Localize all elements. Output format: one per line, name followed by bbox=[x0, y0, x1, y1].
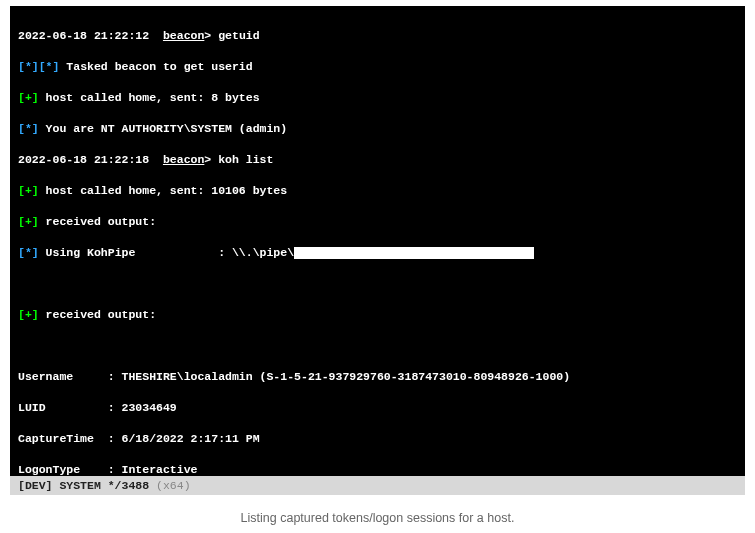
timestamp: 2022-06-18 21:22:18 bbox=[18, 153, 149, 166]
status-arch: (x64) bbox=[156, 479, 191, 492]
record-row: CaptureTime : 6/18/2022 2:17:11 PM bbox=[18, 431, 737, 447]
output-line: [+] received output: bbox=[18, 307, 737, 323]
prompt-line-2: 2022-06-18 21:22:18 beacon> koh list bbox=[18, 152, 737, 168]
beacon-host: beacon bbox=[163, 29, 204, 42]
terminal-window[interactable]: 2022-06-18 21:22:12 beacon> getuid [*][*… bbox=[10, 6, 745, 476]
output-line: [+] received output: bbox=[18, 214, 737, 230]
redacted-pipe-name bbox=[294, 247, 534, 259]
status-bar: [DEV] SYSTEM */3488 (x64) bbox=[10, 476, 745, 495]
command-text: getuid bbox=[218, 29, 259, 42]
timestamp: 2022-06-18 21:22:12 bbox=[18, 29, 149, 42]
blank-line bbox=[18, 338, 737, 354]
status-text: [DEV] SYSTEM */3488 bbox=[18, 479, 156, 492]
beacon-host: beacon bbox=[163, 153, 204, 166]
output-line: [+] host called home, sent: 8 bytes bbox=[18, 90, 737, 106]
record-row: LogonType : Interactive bbox=[18, 462, 737, 476]
output-line: [*] Using KohPipe : \\.\pipe\ bbox=[18, 245, 737, 261]
output-line: [*][*] Tasked beacon to get userid bbox=[18, 59, 737, 75]
record-row: Username : THESHIRE\localadmin (S-1-5-21… bbox=[18, 369, 737, 385]
record-row: LUID : 23034649 bbox=[18, 400, 737, 416]
command-text: koh list bbox=[218, 153, 273, 166]
figure-caption: Listing captured tokens/logon sessions f… bbox=[0, 495, 755, 525]
prompt-line-1: 2022-06-18 21:22:12 beacon> getuid bbox=[18, 28, 737, 44]
output-line: [*] You are NT AUTHORITY\SYSTEM (admin) bbox=[18, 121, 737, 137]
blank-line bbox=[18, 276, 737, 292]
output-line: [+] host called home, sent: 10106 bytes bbox=[18, 183, 737, 199]
